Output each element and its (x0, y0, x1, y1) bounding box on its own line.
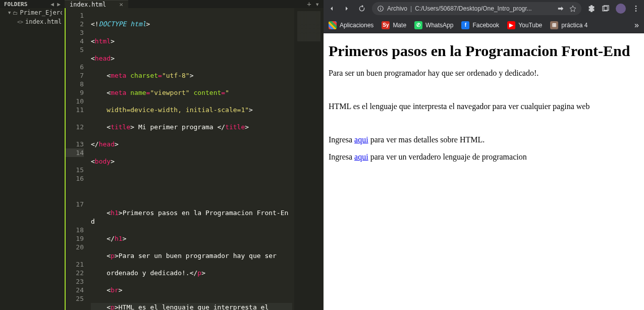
bookmark-youtube[interactable]: ▶YouTube (507, 21, 542, 29)
facebook-icon: f (461, 21, 469, 29)
link-js[interactable]: aqui (354, 152, 368, 161)
chevron-down-icon: ▼ (8, 10, 11, 15)
svg-point-5 (635, 6, 637, 7)
folder-label: Primer_Ejercicio (20, 9, 62, 16)
apps-icon (329, 21, 337, 29)
page-paragraph-4: Ingresa aqui para ver un verdadero lengu… (329, 152, 639, 162)
profile-avatar[interactable] (616, 4, 626, 14)
folder-icon: 🗀 (13, 10, 18, 16)
bookmark-apps[interactable]: Aplicaciones (329, 21, 373, 29)
svg-point-6 (635, 8, 637, 10)
browser-toolbar: Archivo | C:/Users/50687/Desktop/One_Int… (324, 0, 644, 17)
code-editor[interactable]: 12345 67891011 12 13 14 1516 17 181920 2… (65, 8, 324, 310)
back-icon[interactable] (328, 5, 336, 13)
page-paragraph-2: HTML es el lenguaje que interpresta el n… (329, 102, 639, 111)
tab-history-icons[interactable]: ◀ ▶ (50, 1, 61, 8)
page-paragraph-3: Ingresa aqui para ver mas detalles sobre… (329, 135, 639, 144)
address-bar[interactable]: Archivo | C:/Users/50687/Desktop/One_Int… (372, 2, 581, 15)
bookmark-facebook[interactable]: fFacebook (461, 21, 499, 29)
editor-panel: FOLDERS ◀ ▶ index.html × + ▾ ▼ 🗀 Primer_… (0, 0, 324, 310)
minimap[interactable] (294, 8, 324, 310)
forward-icon[interactable] (343, 5, 351, 13)
editor-workspace: ▼ 🗀 Primer_Ejercicio <> index.html 12345… (0, 8, 324, 310)
bookmarks-bar: Aplicaciones SyMate ✆WhatsApp fFacebook … (324, 17, 644, 33)
link-html[interactable]: aqui (354, 135, 368, 144)
tabs-bar: FOLDERS ◀ ▶ index.html × + ▾ (0, 0, 324, 8)
page-heading: Primeros pasos en la Programacion Front-… (329, 42, 639, 60)
line-gutter: 12345 67891011 12 13 14 1516 17 181920 2… (66, 8, 89, 310)
svg-point-7 (635, 10, 637, 12)
close-icon[interactable]: × (119, 1, 123, 8)
extensions-icon[interactable] (587, 5, 596, 13)
menu-icon[interactable] (632, 5, 640, 13)
tree-folder[interactable]: ▼ 🗀 Primer_Ejercicio (0, 8, 64, 17)
practica-icon: ⊞ (550, 21, 558, 29)
bookmark-whatsapp[interactable]: ✆WhatsApp (414, 21, 453, 29)
tab-menu-icon[interactable]: ▾ (315, 0, 319, 8)
code-content[interactable]: <!DOCTYPE html> <html> <head> <meta char… (89, 8, 294, 310)
svg-rect-1 (380, 8, 381, 10)
mate-icon: Sy (382, 21, 390, 29)
star-icon[interactable] (569, 5, 576, 12)
tab-nav: FOLDERS ◀ ▶ (0, 0, 65, 8)
folder-sidebar: ▼ 🗀 Primer_Ejercicio <> index.html (0, 8, 65, 310)
share-icon[interactable] (557, 5, 564, 12)
new-tab-icon[interactable]: + (307, 0, 311, 8)
youtube-icon: ▶ (507, 21, 515, 29)
page-paragraph-1: Para ser un buen programador hay que ser… (329, 69, 639, 78)
url-scheme: Archivo (387, 5, 407, 12)
folders-label: FOLDERS (4, 1, 27, 8)
file-icon: <> (17, 19, 23, 25)
rendered-page: Primeros pasos en la Programacion Front-… (324, 33, 644, 310)
file-label: index.html (25, 18, 62, 25)
tabs-icon[interactable] (602, 5, 610, 13)
bookmarks-overflow-icon[interactable]: » (634, 21, 639, 30)
browser-panel: Archivo | C:/Users/50687/Desktop/One_Int… (324, 0, 644, 310)
tree-file[interactable]: <> index.html (0, 17, 64, 26)
bookmark-practica[interactable]: ⊞práctica 4 (550, 21, 587, 29)
tab-active[interactable]: index.html × (65, 0, 128, 8)
folder-tree: ▼ 🗀 Primer_Ejercicio <> index.html (0, 8, 64, 26)
reload-icon[interactable] (358, 5, 366, 13)
svg-rect-2 (380, 7, 381, 8)
whatsapp-icon: ✆ (414, 21, 422, 29)
tab-label: index.html (70, 1, 106, 8)
bookmark-mate[interactable]: SyMate (382, 21, 406, 29)
info-icon (377, 5, 384, 12)
url-text: C:/Users/50687/Desktop/One_Intro_progr..… (415, 5, 531, 12)
tabs-actions: + ▾ (303, 0, 324, 8)
